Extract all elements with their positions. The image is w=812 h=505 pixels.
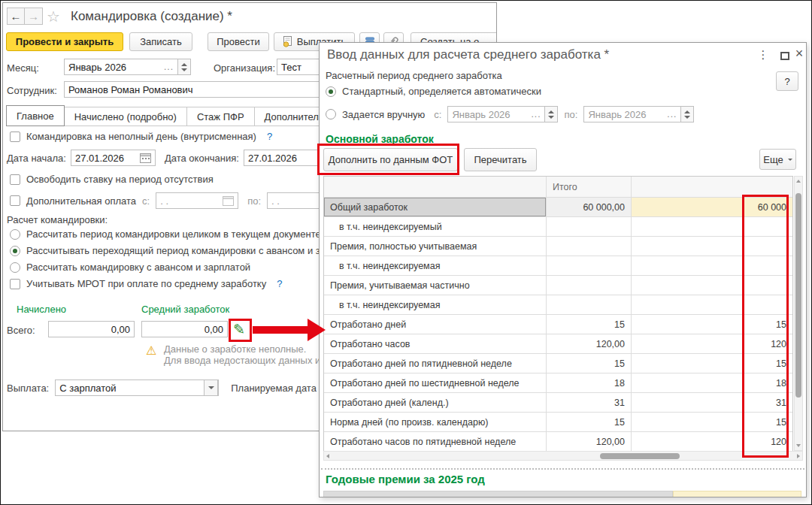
scroll-down-icon[interactable] (796, 444, 801, 447)
cell-label[interactable]: Отработано дней (324, 315, 547, 334)
cell-label[interactable]: Премия, полностью учитываемая (324, 237, 547, 256)
calendar-icon[interactable] (223, 195, 234, 206)
cell-label[interactable]: в т.ч. неиндексируемая (324, 256, 547, 276)
cell-total[interactable] (547, 276, 632, 295)
cell-total[interactable] (547, 217, 632, 237)
cell-label[interactable]: в т.ч. неиндексируемая (324, 295, 547, 315)
cell-total[interactable]: 15 (547, 413, 632, 432)
period-auto-radio[interactable] (326, 86, 336, 97)
scroll-right-icon[interactable] (797, 454, 800, 458)
tab-pfr-experience[interactable]: Стаж ПФР (187, 107, 255, 126)
fill-from-fot-button[interactable]: Дополнить по данным ФОТ (323, 148, 458, 171)
calc-option-radio-1[interactable] (10, 229, 20, 240)
period-to-picker-icon[interactable]: ... (664, 109, 677, 119)
cell-label[interactable]: в т.ч. неиндексируемый (324, 217, 547, 237)
cell-total[interactable] (547, 237, 632, 256)
cell-month-value[interactable]: 60 000 (632, 198, 792, 217)
intraday-checkbox[interactable] (10, 132, 20, 142)
cell-month-value[interactable] (632, 295, 792, 315)
cell-total[interactable]: 120,00 (547, 334, 632, 354)
section-splitter[interactable] (321, 468, 804, 470)
calendar-icon[interactable] (140, 153, 151, 163)
mrot-help-link[interactable]: ? (277, 278, 282, 289)
cell-label[interactable]: Общий заработок (324, 198, 547, 217)
cell-month-value[interactable]: 15 (632, 413, 792, 432)
period-to-spinner[interactable] (681, 106, 694, 122)
cell-month-value[interactable] (632, 276, 792, 295)
cell-month-value[interactable]: 120 (632, 432, 792, 452)
period-to-input[interactable]: Январь 2026 ... (583, 106, 681, 122)
table-row: в т.ч. неиндексируемая (324, 295, 792, 315)
help-button[interactable]: ? (776, 71, 798, 91)
vertical-scroll-thumb[interactable] (795, 193, 801, 398)
tab-main[interactable]: Главное (6, 105, 65, 126)
cell-label[interactable]: Отработано дней по пятидневной неделе (324, 354, 547, 373)
scroll-left-icon[interactable] (326, 454, 329, 458)
pencil-icon[interactable]: ✎ (233, 322, 245, 337)
cell-total[interactable] (547, 256, 632, 276)
cell-total[interactable]: 15 (547, 315, 632, 334)
cell-month-value[interactable]: 15 (632, 315, 792, 334)
month-spinner[interactable] (178, 59, 191, 75)
month-input[interactable]: Январь 2026 ... (64, 59, 178, 75)
cell-total[interactable]: 18 (547, 373, 632, 393)
table-row: в т.ч. неиндексируемая (324, 256, 792, 276)
post-button[interactable]: Провести (208, 32, 269, 51)
cell-month-value[interactable]: 15 (632, 354, 792, 373)
more-button[interactable]: Еще (759, 149, 796, 170)
cell-total[interactable]: 60 000,00 (547, 198, 632, 217)
month-picker-icon[interactable]: ... (161, 62, 174, 72)
vertical-scrollbar[interactable] (794, 176, 803, 451)
close-icon[interactable]: × (792, 46, 807, 62)
reread-button[interactable]: Перечитать (464, 148, 537, 171)
cell-label[interactable]: Отработано часов по пятидневной неделе (324, 432, 547, 452)
chevron-down-icon[interactable] (204, 380, 218, 396)
mrot-checkbox[interactable] (10, 279, 20, 289)
period-manual-radio[interactable] (326, 109, 336, 119)
calc-option-radio-3[interactable] (10, 262, 20, 273)
cell-month-value[interactable] (632, 217, 792, 237)
table-row: Норма дней (по произв. календарю)1515 (324, 413, 792, 432)
cell-month-value[interactable]: 31 (632, 393, 792, 413)
calc-option-radio-2[interactable] (10, 246, 20, 256)
total-input[interactable]: 0,00 (48, 321, 135, 337)
date-start-input[interactable]: 27.01.2026 (71, 150, 156, 166)
cell-label[interactable]: Отработано часов (324, 334, 547, 354)
nav-buttons: ← → (7, 8, 43, 25)
period-from-spinner[interactable] (545, 106, 558, 122)
period-from-picker-icon[interactable]: ... (528, 109, 541, 119)
favorite-star-icon[interactable]: ☆ (47, 8, 60, 26)
maximize-icon[interactable] (780, 52, 789, 60)
kebab-menu-icon[interactable]: ⋮ (756, 48, 771, 62)
more-button-label: Еще (763, 154, 783, 165)
cell-total[interactable]: 120,00 (547, 432, 632, 452)
horizontal-scroll-thumb[interactable] (600, 453, 680, 459)
cell-month-value[interactable] (632, 256, 792, 276)
extra-pay-checkbox[interactable] (10, 195, 20, 206)
scroll-up-icon[interactable] (796, 180, 801, 183)
cell-label[interactable]: Отработано дней (календ.) (324, 393, 547, 413)
cell-total[interactable] (547, 295, 632, 315)
cell-total[interactable]: 15 (547, 354, 632, 373)
back-arrow-icon[interactable]: ← (7, 8, 25, 25)
payment-select[interactable]: С зарплатой (55, 380, 219, 396)
cell-month-value[interactable]: 18 (632, 373, 792, 393)
extra-pay-from-input[interactable]: . . (156, 192, 238, 209)
average-earnings-input[interactable]: 0,00 (141, 321, 228, 337)
cell-total[interactable]: 31 (547, 393, 632, 413)
cell-label[interactable]: Премия, учитываемая частично (324, 276, 547, 295)
cell-label[interactable]: Норма дней (по произв. календарю) (324, 413, 547, 432)
save-button[interactable]: Записать (129, 32, 192, 51)
release-rate-checkbox[interactable] (10, 174, 20, 185)
forward-arrow-icon[interactable]: → (25, 8, 43, 25)
tab-accrued-detail[interactable]: Начислено (подробно) (65, 107, 187, 126)
horizontal-scrollbar[interactable] (323, 451, 803, 461)
period-from-input[interactable]: Январь 2026 ... (447, 106, 545, 122)
intraday-help-link[interactable]: ? (267, 131, 272, 142)
release-rate-label: Освободить ставку на период отсутствия (26, 174, 214, 185)
calc-option-label-3: Рассчитать командировку с авансом и зарп… (26, 262, 250, 273)
cell-month-value[interactable] (632, 237, 792, 256)
post-and-close-button[interactable]: Провести и закрыть (6, 32, 123, 51)
cell-month-value[interactable]: 120 (632, 334, 792, 354)
cell-label[interactable]: Отработано дней по шестидневной неделе (324, 373, 547, 393)
